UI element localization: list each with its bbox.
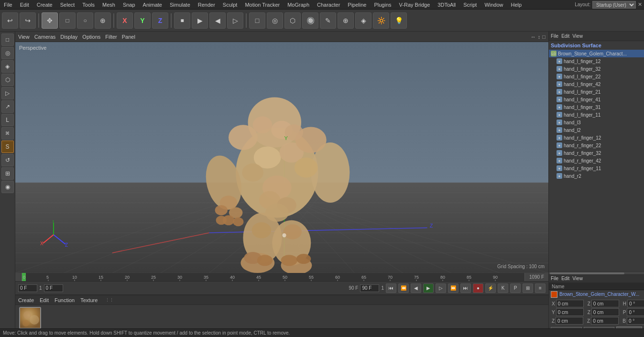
z-pos-field[interactable]	[591, 300, 619, 307]
viewport-options-menu[interactable]: Options	[82, 34, 100, 40]
menu-animate[interactable]: Animate	[141, 1, 164, 9]
om-edit-menu[interactable]: Edit	[561, 33, 569, 39]
next-frame-button[interactable]: ▷	[436, 283, 446, 293]
left-tool-3[interactable]: ◈	[1, 60, 14, 73]
timeline-expand-button[interactable]: ≡	[535, 283, 546, 293]
left-tool-2[interactable]: ◎	[1, 47, 14, 59]
left-tool-5[interactable]: ▷	[1, 87, 14, 99]
start-frame-field[interactable]	[18, 284, 37, 292]
menu-motion-tracker[interactable]: Motion Tracker	[243, 1, 282, 9]
material-edit-menu[interactable]: Edit	[40, 297, 49, 303]
current-frame-field[interactable]	[44, 284, 63, 292]
attr-edit-menu[interactable]: Edit	[561, 276, 569, 281]
menu-help[interactable]: Help	[509, 1, 524, 9]
tree-item-7[interactable]: ● hand_l_finger_11	[549, 111, 644, 119]
sphere-button[interactable]: ◎	[267, 12, 283, 29]
pen-button[interactable]: ✎	[320, 12, 336, 29]
nurbs-button[interactable]: ⊕	[338, 12, 354, 29]
record-button[interactable]: ●	[473, 283, 483, 293]
auto-key-button[interactable]: ⚡	[485, 283, 496, 293]
tree-item-root[interactable]: L0 Brown_Stone_Golem_Charact...	[549, 50, 644, 57]
layout-select[interactable]: Startup (User)	[592, 1, 636, 9]
om-view-menu[interactable]: View	[572, 33, 583, 39]
material-texture-menu[interactable]: Texture	[80, 297, 98, 303]
camera-button[interactable]: 💡	[391, 12, 407, 29]
menu-3dtoall[interactable]: 3DToAll	[436, 1, 458, 9]
cube-button[interactable]: □	[249, 12, 265, 29]
menu-pipeline[interactable]: Pipeline	[346, 1, 368, 9]
viewport-3d[interactable]: Z Y Perspective Grid Spacing : 100 cm Z …	[15, 42, 548, 273]
deformer-button[interactable]: ◈	[355, 12, 371, 29]
y-axis-button[interactable]: Y	[134, 12, 151, 29]
attr-view-menu[interactable]: View	[572, 276, 583, 281]
tree-item-4[interactable]: ● hand_l_finger_21	[549, 88, 644, 96]
goto-end-button[interactable]: ⏭	[460, 283, 471, 293]
menu-window[interactable]: Window	[482, 1, 505, 9]
p-rot-field[interactable]	[627, 308, 644, 316]
redo-button[interactable]: ↩	[20, 12, 36, 29]
z-pos-field2[interactable]	[556, 317, 583, 325]
tree-item-10[interactable]: ● hand_r_finger_12	[549, 134, 644, 141]
menu-mograph[interactable]: MoGraph	[285, 1, 311, 9]
prev-keyframe-button[interactable]: ⏪	[398, 283, 409, 293]
tree-item-5[interactable]: ● hand_l_finger_41	[549, 96, 644, 103]
material-create-menu[interactable]: Create	[18, 297, 34, 303]
material-thumbnail[interactable]	[19, 307, 41, 329]
prev-frame-button[interactable]: ◀	[411, 283, 421, 293]
menu-edit[interactable]: Edit	[18, 1, 31, 9]
object-mode-button[interactable]: ■	[174, 12, 190, 29]
tree-item-9[interactable]: ● hand_l2	[549, 126, 644, 134]
attr-file-menu[interactable]: File	[551, 276, 558, 281]
undo-button[interactable]: ↩	[2, 12, 18, 29]
menu-tools[interactable]: Tools	[80, 1, 97, 9]
menu-sculpt[interactable]: Sculpt	[221, 1, 240, 9]
z2-pos-field[interactable]	[591, 308, 619, 316]
menu-render[interactable]: Render	[196, 1, 217, 9]
motion-mode-button[interactable]: ⊞	[523, 283, 533, 293]
material-function-menu[interactable]: Function	[55, 297, 75, 303]
b-rot-field[interactable]	[627, 317, 644, 325]
tree-scrollbar[interactable]	[549, 272, 644, 274]
tree-item-1[interactable]: ● hand_l_finger_32	[549, 65, 644, 73]
menu-vray-bridge[interactable]: V-Ray Bridge	[397, 1, 432, 9]
left-tool-4[interactable]: ⬡	[1, 74, 14, 86]
fps-field[interactable]	[360, 284, 379, 292]
menu-select[interactable]: Select	[58, 1, 77, 9]
move-tool-button[interactable]: ✥	[42, 12, 58, 29]
x-pos-field[interactable]	[556, 300, 584, 307]
left-tool-1[interactable]: □	[1, 33, 14, 46]
cylinder-button[interactable]: ⬡	[284, 12, 301, 29]
menu-plugins[interactable]: Plugins	[372, 1, 393, 9]
left-tool-8[interactable]: ⌘	[1, 127, 14, 140]
tree-item-13[interactable]: ● hand_r_finger_42	[549, 157, 644, 164]
left-tool-12[interactable]: ◉	[1, 181, 14, 193]
goto-start-button[interactable]: ⏮	[386, 283, 396, 293]
viewport-view-menu[interactable]: View	[18, 34, 30, 40]
menu-create[interactable]: Create	[35, 1, 55, 9]
render-settings-button[interactable]: ▷	[227, 12, 243, 29]
left-tool-7[interactable]: L	[1, 114, 14, 126]
viewport-panel-menu[interactable]: Panel	[122, 34, 135, 40]
tree-item-14[interactable]: ● hand_r_finger_11	[549, 164, 644, 172]
tree-item-3[interactable]: ● hand_l_finger_42	[549, 80, 644, 88]
y-pos-field[interactable]	[556, 308, 584, 316]
light-button[interactable]: 🔆	[373, 12, 389, 29]
viewport-filter-menu[interactable]: Filter	[105, 34, 117, 40]
left-tool-6[interactable]: ↗	[1, 100, 14, 113]
z-axis-button[interactable]: Z	[152, 12, 168, 29]
menu-file[interactable]: File	[2, 1, 14, 9]
left-tool-9[interactable]: S	[1, 141, 14, 153]
rotate-tool-button[interactable]: ○	[77, 12, 93, 29]
left-tool-10[interactable]: ↺	[1, 154, 14, 166]
tree-item-8[interactable]: ● hand_l3	[549, 119, 644, 126]
menu-script[interactable]: Script	[461, 1, 479, 9]
viewport-icon-3[interactable]: □	[542, 34, 546, 40]
z3-pos-field[interactable]	[591, 317, 619, 325]
menu-character[interactable]: Character	[315, 1, 342, 9]
viewport-icon-2[interactable]: ↕	[538, 34, 541, 40]
h-rot-field[interactable]	[627, 300, 644, 307]
add-tool-button[interactable]: ⊕	[95, 12, 111, 29]
key-all-button[interactable]: K	[498, 283, 508, 293]
key-sel-button[interactable]: P	[510, 283, 521, 293]
render-region-button[interactable]: ◀	[209, 12, 226, 29]
